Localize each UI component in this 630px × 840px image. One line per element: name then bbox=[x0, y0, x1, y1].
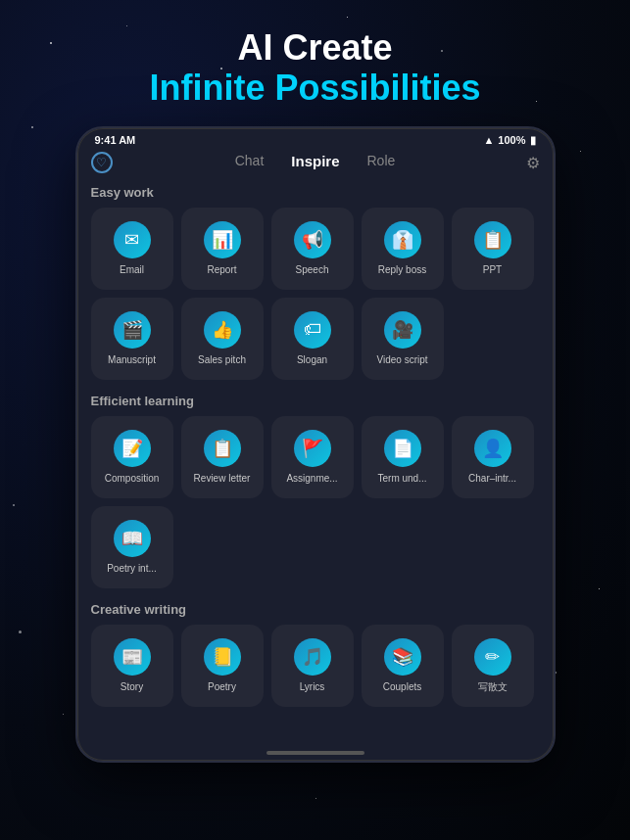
prose-icon: ✏ bbox=[474, 638, 511, 676]
app-logo[interactable]: ♡ bbox=[91, 152, 113, 173]
easy-work-grid: ✉ Email 📊 Report 📢 Speech 👔 Reply boss 📋… bbox=[91, 208, 540, 380]
section-creative-writing-label: Creative writing bbox=[91, 602, 540, 617]
ipad-frame: 9:41 AM ▲ 100% ▮ ♡ Chat Inspire Role ⚙ E… bbox=[75, 126, 556, 763]
email-icon: ✉ bbox=[114, 221, 151, 258]
main-content: Easy work ✉ Email 📊 Report 📢 Speech 👔 Re… bbox=[77, 177, 554, 741]
card-term-understand[interactable]: 📄 Term und... bbox=[362, 416, 444, 498]
nav-chat[interactable]: Chat bbox=[235, 153, 265, 168]
video-script-label: Video script bbox=[376, 354, 427, 366]
slogan-label: Slogan bbox=[297, 354, 327, 366]
term-understand-icon: 📄 bbox=[384, 430, 421, 467]
card-review-letter[interactable]: 📋 Review letter bbox=[181, 416, 264, 498]
navigation: ♡ Chat Inspire Role ⚙ bbox=[77, 149, 554, 177]
prose-label: 写散文 bbox=[478, 681, 508, 693]
ppt-label: PPT bbox=[483, 264, 502, 276]
wifi-icon: ▲ bbox=[483, 134, 494, 146]
card-report[interactable]: 📊 Report bbox=[181, 208, 264, 290]
report-icon: 📊 bbox=[204, 221, 241, 258]
status-bar: 9:41 AM ▲ 100% ▮ bbox=[77, 128, 554, 149]
manuscript-icon: 🎬 bbox=[114, 311, 151, 349]
status-right: ▲ 100% ▮ bbox=[483, 134, 535, 147]
card-sales-pitch[interactable]: 👍 Sales pitch bbox=[181, 298, 264, 380]
card-reply-boss[interactable]: 👔 Reply boss bbox=[362, 208, 444, 290]
nav-role[interactable]: Role bbox=[366, 153, 395, 168]
poetry-label: Poetry bbox=[208, 681, 236, 693]
char-intro-icon: 👤 bbox=[474, 430, 511, 467]
gear-icon: ⚙ bbox=[526, 155, 540, 171]
card-poetry-int[interactable]: 📖 Poetry int... bbox=[91, 506, 173, 588]
card-story[interactable]: 📰 Story bbox=[91, 625, 173, 707]
story-icon: 📰 bbox=[114, 638, 151, 676]
speech-label: Speech bbox=[296, 264, 329, 276]
logo-icon: ♡ bbox=[96, 156, 107, 169]
couplets-icon: 📚 bbox=[384, 638, 421, 676]
lyrics-label: Lyrics bbox=[300, 681, 325, 693]
card-prose[interactable]: ✏ 写散文 bbox=[452, 625, 534, 707]
poetry-int-icon: 📖 bbox=[114, 520, 151, 557]
video-script-icon: 🎥 bbox=[384, 311, 421, 349]
card-composition[interactable]: 📝 Composition bbox=[91, 416, 173, 498]
assignment-label: Assignme... bbox=[286, 473, 337, 485]
char-intro-label: Char–intr... bbox=[468, 473, 516, 485]
reply-boss-icon: 👔 bbox=[384, 221, 421, 258]
composition-label: Composition bbox=[105, 473, 160, 485]
card-manuscript[interactable]: 🎬 Manuscript bbox=[91, 298, 173, 380]
main-title: AI Create bbox=[0, 27, 630, 68]
home-indicator bbox=[267, 751, 364, 755]
poetry-int-label: Poetry int... bbox=[107, 563, 157, 575]
time: 9:41 AM bbox=[95, 134, 136, 146]
manuscript-label: Manuscript bbox=[108, 354, 156, 366]
poetry-icon: 📒 bbox=[204, 638, 241, 676]
section-efficient-learning-label: Efficient learning bbox=[91, 394, 540, 408]
couplets-label: Couplets bbox=[383, 681, 421, 693]
sales-pitch-icon: 👍 bbox=[204, 311, 241, 349]
battery-text: 100% bbox=[498, 134, 525, 146]
header: AI Create Infinite Possibilities bbox=[0, 0, 630, 109]
ppt-icon: 📋 bbox=[474, 221, 511, 258]
assignment-icon: 🚩 bbox=[294, 430, 331, 467]
card-speech[interactable]: 📢 Speech bbox=[271, 208, 354, 290]
term-understand-label: Term und... bbox=[377, 473, 426, 485]
efficient-learning-grid: 📝 Composition 📋 Review letter 🚩 Assignme… bbox=[91, 416, 540, 588]
card-ppt[interactable]: 📋 PPT bbox=[452, 208, 534, 290]
card-email[interactable]: ✉ Email bbox=[91, 208, 173, 290]
main-subtitle: Infinite Possibilities bbox=[0, 68, 630, 108]
report-label: Report bbox=[207, 264, 236, 276]
card-video-script[interactable]: 🎥 Video script bbox=[362, 298, 444, 380]
section-easy-work-label: Easy work bbox=[91, 185, 540, 200]
card-lyrics[interactable]: 🎵 Lyrics bbox=[271, 625, 354, 707]
reply-boss-label: Reply boss bbox=[378, 264, 426, 276]
email-label: Email bbox=[120, 264, 144, 276]
composition-icon: 📝 bbox=[114, 430, 151, 467]
slogan-icon: 🏷 bbox=[294, 311, 331, 349]
review-letter-icon: 📋 bbox=[204, 430, 241, 467]
nav-inspire[interactable]: Inspire bbox=[291, 153, 339, 169]
card-char-intro[interactable]: 👤 Char–intr... bbox=[452, 416, 534, 498]
story-label: Story bbox=[121, 681, 143, 693]
card-slogan[interactable]: 🏷 Slogan bbox=[271, 298, 354, 380]
speech-icon: 📢 bbox=[294, 221, 331, 258]
sales-pitch-label: Sales pitch bbox=[198, 354, 246, 366]
creative-writing-grid: 📰 Story 📒 Poetry 🎵 Lyrics 📚 Couplets ✏ 写… bbox=[91, 625, 540, 707]
settings-button[interactable]: ⚙ bbox=[526, 154, 540, 172]
card-poetry[interactable]: 📒 Poetry bbox=[181, 625, 264, 707]
card-assignment[interactable]: 🚩 Assignme... bbox=[271, 416, 354, 498]
review-letter-label: Review letter bbox=[194, 473, 251, 485]
battery-icon: ▮ bbox=[530, 134, 536, 147]
lyrics-icon: 🎵 bbox=[294, 638, 331, 676]
card-couplets[interactable]: 📚 Couplets bbox=[362, 625, 444, 707]
